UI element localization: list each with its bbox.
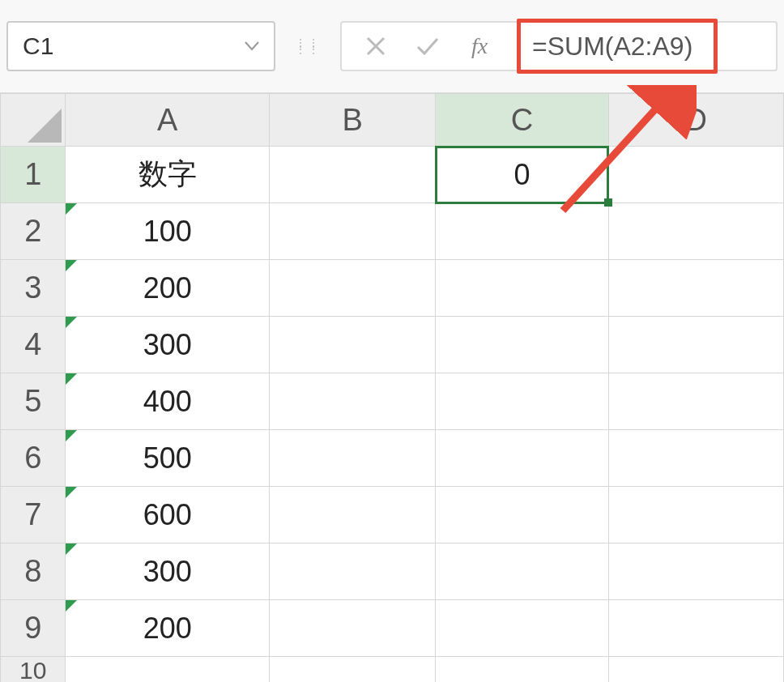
col-header-C[interactable]: C [436, 94, 608, 147]
row-header-4[interactable]: 4 [1, 317, 66, 373]
cell-D6[interactable] [608, 430, 783, 487]
fill-handle[interactable] [604, 198, 612, 207]
row-header-10[interactable]: 10 [1, 657, 66, 683]
cell-C1[interactable]: 0 [436, 147, 608, 203]
chevron-down-icon[interactable] [245, 38, 259, 55]
cell-B9[interactable] [270, 600, 436, 657]
row-header-5[interactable]: 5 [1, 373, 66, 430]
cell-C4[interactable] [436, 317, 608, 373]
cell-C7[interactable] [436, 487, 608, 543]
formula-controls: fx =SUM(A2:A9) [340, 21, 778, 71]
cell-A8[interactable]: 300 [66, 543, 270, 600]
cell-A4[interactable]: 300 [66, 317, 270, 373]
row-header-7[interactable]: 7 [1, 487, 66, 543]
col-header-D[interactable]: D [608, 94, 783, 147]
col-header-B[interactable]: B [270, 94, 436, 147]
row-header-3[interactable]: 3 [1, 260, 66, 317]
cell-C2[interactable] [436, 203, 608, 260]
cell-A2[interactable]: 100 [66, 203, 270, 260]
cell-B2[interactable] [270, 203, 436, 260]
formula-input[interactable]: =SUM(A2:A9) [532, 32, 692, 62]
cell-D3[interactable] [608, 260, 783, 317]
name-box[interactable]: C1 [6, 21, 275, 71]
cell-A5[interactable]: 400 [66, 373, 270, 430]
cell-D8[interactable] [608, 543, 783, 600]
cell-C9[interactable] [436, 600, 608, 657]
triangle-icon [28, 109, 62, 143]
name-box-value: C1 [23, 32, 53, 60]
cell-A6[interactable]: 500 [66, 430, 270, 487]
cell-B6[interactable] [270, 430, 436, 487]
cell-D10[interactable] [608, 657, 783, 683]
cell-C5[interactable] [436, 373, 608, 430]
cell-D2[interactable] [608, 203, 783, 260]
row-header-1[interactable]: 1 [1, 147, 66, 203]
divider-icon: ⋮⋮⋮⋮ [290, 40, 326, 52]
cell-D9[interactable] [608, 600, 783, 657]
fx-icon[interactable]: fx [454, 22, 505, 70]
cell-A7[interactable]: 600 [66, 487, 270, 543]
enter-icon[interactable] [402, 22, 454, 70]
cell-A10[interactable] [66, 657, 270, 683]
cell-D1[interactable] [608, 147, 783, 203]
cell-D5[interactable] [608, 373, 783, 430]
col-header-A[interactable]: A [66, 94, 270, 147]
cell-D4[interactable] [608, 317, 783, 373]
cell-B5[interactable] [270, 373, 436, 430]
cell-C8[interactable] [436, 543, 608, 600]
cancel-icon[interactable] [350, 22, 402, 70]
formula-bar-area: C1 ⋮⋮⋮⋮ fx =SUM(A2:A9) [0, 0, 784, 93]
row-header-8[interactable]: 8 [1, 543, 66, 600]
cell-B10[interactable] [270, 657, 436, 683]
cell-B7[interactable] [270, 487, 436, 543]
cell-A3[interactable]: 200 [66, 260, 270, 317]
cell-B3[interactable] [270, 260, 436, 317]
sheet-area: A B C D 1 数字 0 2 100 3 [0, 93, 784, 682]
select-all-corner[interactable] [1, 94, 66, 147]
cell-C3[interactable] [436, 260, 608, 317]
cell-D7[interactable] [608, 487, 783, 543]
row-header-9[interactable]: 9 [1, 600, 66, 657]
cell-B8[interactable] [270, 543, 436, 600]
cell-A9[interactable]: 200 [66, 600, 270, 657]
cell-C10[interactable] [436, 657, 608, 683]
cell-C6[interactable] [436, 430, 608, 487]
formula-input-highlight: =SUM(A2:A9) [517, 19, 718, 74]
cell-B1[interactable] [270, 147, 436, 203]
row-header-2[interactable]: 2 [1, 203, 66, 260]
grid-table: A B C D 1 数字 0 2 100 3 [0, 93, 784, 682]
cell-B4[interactable] [270, 317, 436, 373]
cell-A1[interactable]: 数字 [66, 147, 270, 203]
row-header-6[interactable]: 6 [1, 430, 66, 487]
